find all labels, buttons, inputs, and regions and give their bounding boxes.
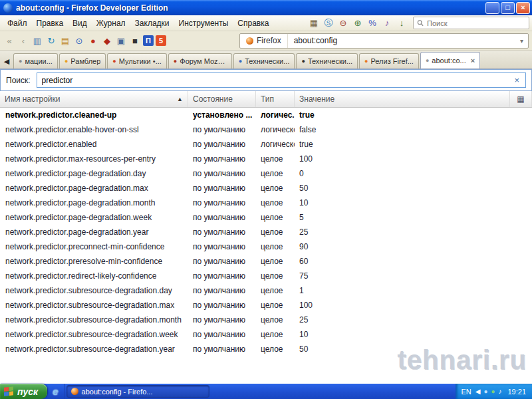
pref-value: 5 — [295, 213, 532, 222]
header-status[interactable]: Состояние — [188, 91, 256, 107]
back-icon[interactable]: ‹ — [17, 35, 29, 47]
zoom-out-icon[interactable]: ⊖ — [337, 17, 349, 29]
menu-search-box[interactable] — [413, 17, 529, 29]
header-name-label: Имя настройки — [5, 94, 61, 104]
tab[interactable]: ●Технически... — [296, 53, 358, 68]
pref-name: network.predictor.page-degradation.month — [0, 198, 188, 207]
abacus-icon[interactable]: ▦ — [308, 17, 320, 29]
sync-icon[interactable]: ↻ — [45, 35, 57, 47]
filter-input-wrap[interactable]: × — [37, 72, 526, 88]
html5-icon[interactable]: 5 — [156, 35, 166, 46]
table-row[interactable]: network.predictor.preconnect-min-confide… — [0, 239, 532, 254]
tab-active[interactable]: ●about:co...× — [420, 52, 480, 68]
table-row[interactable]: network.predictor.preresolve-min-confide… — [0, 254, 532, 269]
tab[interactable]: ●Форум Mozil... — [168, 53, 232, 68]
tab-favicon-icon: ● — [19, 58, 22, 65]
table-row[interactable]: network.predictor.max-resources-per-entr… — [0, 152, 532, 166]
search-icon — [417, 19, 424, 27]
table-row[interactable]: network.predictor.page-degradation.yearп… — [0, 225, 532, 239]
clock-icon[interactable]: ⊙ — [73, 35, 85, 47]
tray-help-icon[interactable]: ● — [483, 388, 487, 395]
firefox-window: about:config - Firefox Developer Edition… — [0, 0, 532, 399]
menu-item[interactable]: Журнал — [92, 17, 130, 30]
clear-filter-icon[interactable]: × — [513, 75, 521, 85]
tab-label: Релиз Firef... — [370, 57, 413, 65]
start-button[interactable]: пуск — [0, 384, 47, 399]
tab[interactable]: ●мации... — [13, 53, 58, 68]
tab-scroll-left-button[interactable]: ◀ — [1, 54, 12, 68]
table-row[interactable]: network.predictor.enabledпо умолчаниюлог… — [0, 137, 532, 152]
table-row[interactable]: network.predictor.enable-hover-on-sslпо … — [0, 122, 532, 137]
chart-icon[interactable]: ▤ — [59, 35, 71, 47]
pref-name: network.predictor.subresource-degradatio… — [0, 315, 188, 325]
pref-name: network.predictor.cleaned-up — [0, 110, 188, 120]
menu-item[interactable]: Правка — [32, 17, 68, 30]
pref-name: network.predictor.preresolve-min-confide… — [0, 257, 188, 266]
tab-label: Форум Mozil... — [180, 57, 227, 65]
tab[interactable]: ●Релиз Firef... — [359, 53, 419, 68]
table-row[interactable]: network.predictor.subresource-degradatio… — [0, 313, 532, 327]
tray-shield-icon[interactable]: ● — [491, 388, 495, 395]
table-row[interactable]: network.predictor.subresource-degradatio… — [0, 283, 532, 298]
table-row[interactable]: network.predictor.page-degradation.weekп… — [0, 210, 532, 225]
tab-favicon-icon: ● — [174, 58, 177, 65]
menu-item[interactable]: Вид — [68, 17, 92, 30]
tray-icons: ◀●●♪ — [475, 388, 502, 395]
download-icon[interactable]: ↓ — [396, 17, 408, 29]
minimize-button[interactable]: _ — [485, 2, 499, 14]
table-row[interactable]: network.predictor.cleaned-upустановлено … — [0, 108, 532, 122]
pref-type: целое — [256, 213, 295, 222]
header-name[interactable]: Имя настройки ▲ — [0, 91, 188, 107]
column-picker-icon[interactable]: ▦ — [509, 91, 532, 107]
tab-label: Мультики •... — [119, 57, 162, 65]
menu-item[interactable]: Закладки — [130, 17, 174, 30]
menu-item[interactable]: Справка — [233, 17, 273, 30]
tab[interactable]: ●Технически... — [233, 53, 295, 68]
note-icon[interactable]: ♪ — [381, 17, 393, 29]
search-input[interactable] — [427, 19, 525, 27]
table-row[interactable]: network.predictor.page-degradation.maxпо… — [0, 181, 532, 196]
table-row[interactable]: network.predictor.subresource-degradatio… — [0, 298, 532, 313]
url-text[interactable]: about:config — [288, 36, 515, 45]
taskbar-task-button[interactable]: about:config - Firefo... — [66, 385, 209, 398]
location-dropdown-icon[interactable]: ▾ — [515, 37, 528, 45]
site-identity-button[interactable]: Firefox — [240, 34, 288, 48]
table-row[interactable]: network.predictor.page-degradation.month… — [0, 196, 532, 210]
tab-close-icon[interactable]: × — [471, 57, 475, 65]
table-row[interactable]: network.predictor.redirect-likely-confid… — [0, 269, 532, 283]
percent-icon[interactable]: % — [366, 17, 378, 29]
stats-icon[interactable]: ▥ — [31, 35, 43, 47]
tab[interactable]: ●Рамблер — [59, 53, 106, 68]
menu-item[interactable]: Инструменты — [174, 17, 233, 30]
pref-name: network.predictor.max-resources-per-entr… — [0, 154, 188, 164]
language-indicator[interactable]: EN — [461, 388, 471, 396]
table-row[interactable]: network.predictor.page-degradation.dayпо… — [0, 166, 532, 181]
table-row[interactable]: network.predictor.subresource-degradatio… — [0, 327, 532, 342]
header-type[interactable]: Тип — [256, 91, 295, 107]
tab-favicon-icon: ● — [112, 58, 116, 65]
pref-type: целое — [256, 154, 295, 164]
scroll-back-icon[interactable]: « — [3, 35, 15, 47]
location-bar[interactable]: Firefox about:config ▾ — [239, 33, 529, 49]
pref-value: 60 — [295, 257, 532, 266]
menubar-items: ФайлПравкаВидЖурналЗакладкиИнструментыСп… — [3, 17, 273, 30]
maximize-button[interactable]: □ — [501, 2, 515, 14]
zoom-in-icon[interactable]: ⊕ — [352, 17, 364, 29]
menu-item[interactable]: Файл — [3, 17, 32, 30]
tray-collapse-icon[interactable]: ◀ — [475, 388, 481, 395]
tab[interactable]: ●Мультики •... — [107, 53, 167, 68]
screen-icon[interactable]: ▣ — [115, 35, 127, 47]
project-icon[interactable]: П — [143, 35, 154, 46]
tray-volume-icon[interactable]: ♪ — [498, 388, 501, 395]
s-logo-icon[interactable]: Ⓢ — [323, 17, 334, 29]
close-button[interactable]: × — [516, 2, 530, 14]
watermark: tehnari.ru — [398, 345, 527, 375]
palette-icon[interactable]: ■ — [129, 35, 141, 47]
gem-icon[interactable]: ◆ — [101, 35, 113, 47]
pref-name: network.predictor.subresource-degradatio… — [0, 286, 188, 295]
filter-input[interactable] — [42, 76, 513, 85]
ie-quicklaunch-icon[interactable]: e — [47, 384, 64, 399]
header-value[interactable]: Значение — [295, 91, 509, 107]
pref-type: целое — [256, 242, 295, 251]
record-icon[interactable]: ● — [87, 35, 99, 47]
